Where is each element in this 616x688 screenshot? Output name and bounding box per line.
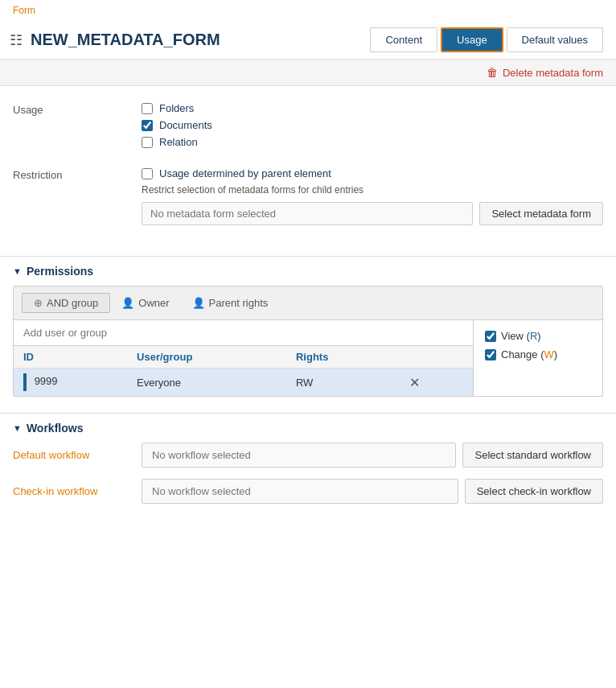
- cell-remove: ✕: [396, 369, 473, 397]
- folders-checkbox[interactable]: [142, 103, 153, 114]
- select-metadata-form-button[interactable]: Select metadata form: [479, 202, 603, 225]
- usage-label: Usage: [13, 102, 142, 116]
- checkin-workflow-input[interactable]: [142, 479, 458, 504]
- default-workflow-input[interactable]: [142, 443, 456, 468]
- restriction-checkbox-row: Usage determined by parent element: [142, 167, 603, 179]
- permissions-table: ID User/group Rights 9999 Everyo: [14, 346, 473, 396]
- title-area: ☷ NEW_METADATA_FORM: [10, 31, 220, 49]
- add-user-group-input[interactable]: [14, 320, 473, 346]
- restriction-label: Restriction: [13, 167, 142, 181]
- checkin-workflow-row: Check-in workflow Select check-in workfl…: [13, 479, 603, 504]
- permissions-section: ⊕ AND group 👤 Owner 👤 Parent rights I: [0, 286, 616, 413]
- table-row[interactable]: 9999 Everyone RW ✕: [14, 369, 473, 397]
- tab-default-values[interactable]: Default values: [507, 27, 603, 52]
- trash-icon: 🗑: [487, 66, 498, 79]
- user-group-panel: ID User/group Rights 9999 Everyo: [14, 320, 474, 396]
- breadcrumb: Form: [0, 0, 616, 21]
- documents-label: Documents: [159, 119, 212, 131]
- folders-label: Folders: [159, 102, 194, 114]
- tab-usage[interactable]: Usage: [441, 27, 503, 52]
- folders-checkbox-row: Folders: [142, 102, 603, 114]
- usage-row: Usage Folders Documents Relation: [13, 102, 603, 153]
- permissions-box: ⊕ AND group 👤 Owner 👤 Parent rights I: [13, 286, 603, 397]
- perm-tab-owner[interactable]: 👤 Owner: [110, 294, 180, 312]
- documents-checkbox[interactable]: [142, 120, 153, 131]
- cell-id: 9999: [14, 369, 127, 397]
- view-label: View (R): [501, 330, 541, 342]
- workflows-section-header[interactable]: ▼ Workflows: [0, 413, 616, 443]
- relation-checkbox[interactable]: [142, 137, 153, 148]
- permissions-section-header[interactable]: ▼ Permissions: [0, 256, 616, 286]
- documents-checkbox-row: Documents: [142, 119, 603, 131]
- default-workflow-row: Default workflow Select standard workflo…: [13, 443, 603, 468]
- metadata-form-input[interactable]: [142, 202, 473, 225]
- restriction-checkbox[interactable]: [142, 168, 153, 179]
- page-title: NEW_METADATA_FORM: [31, 31, 220, 49]
- checkin-workflow-label: Check-in workflow: [13, 485, 142, 497]
- content-area: Usage Folders Documents Relation Restric…: [0, 86, 616, 256]
- usage-checkboxes: Folders Documents Relation: [142, 102, 603, 153]
- cell-user-group: Everyone: [127, 369, 286, 397]
- tab-content[interactable]: Content: [370, 27, 437, 52]
- delete-metadata-form-button[interactable]: 🗑 Delete metadata form: [487, 66, 603, 79]
- change-label: Change (W): [501, 348, 557, 360]
- chevron-down-icon: ▼: [13, 266, 22, 276]
- grid-icon: ☷: [10, 31, 23, 49]
- page-header: ☷ NEW_METADATA_FORM Content Usage Defaul…: [0, 21, 616, 60]
- relation-checkbox-row: Relation: [142, 136, 603, 148]
- owner-icon: 👤: [121, 297, 134, 309]
- remove-row-button[interactable]: ✕: [406, 375, 423, 390]
- rights-panel: View (R) Change (W): [474, 320, 602, 396]
- chevron-down-icon-workflows: ▼: [13, 423, 22, 433]
- view-checkbox[interactable]: [485, 331, 496, 342]
- change-checkbox[interactable]: [485, 349, 496, 360]
- workflows-section: Default workflow Select standard workflo…: [0, 443, 616, 531]
- col-id: ID: [14, 346, 127, 369]
- and-group-icon: ⊕: [34, 297, 43, 309]
- perm-tab-parent-rights[interactable]: 👤 Parent rights: [181, 294, 280, 312]
- col-user-group: User/group: [127, 346, 286, 369]
- col-actions: [396, 346, 473, 369]
- row-indicator: [23, 373, 27, 391]
- view-rights-row: View (R): [485, 330, 591, 342]
- select-checkin-workflow-button[interactable]: Select check-in workflow: [465, 479, 603, 504]
- change-rights-row: Change (W): [485, 348, 591, 360]
- restriction-field: Usage determined by parent element Restr…: [142, 167, 603, 225]
- toolbar: 🗑 Delete metadata form: [0, 60, 616, 86]
- permissions-title: Permissions: [27, 265, 93, 278]
- parent-rights-icon: 👤: [192, 297, 205, 309]
- restriction-checkbox-label: Usage determined by parent element: [159, 167, 331, 179]
- cell-rights: RW: [286, 369, 396, 397]
- relation-label: Relation: [159, 136, 198, 148]
- permissions-body: ID User/group Rights 9999 Everyo: [14, 320, 602, 396]
- restriction-row: Restriction Usage determined by parent e…: [13, 167, 603, 225]
- col-rights: Rights: [286, 346, 396, 369]
- permissions-tabs: ⊕ AND group 👤 Owner 👤 Parent rights: [14, 286, 602, 320]
- perm-tab-and-group[interactable]: ⊕ AND group: [22, 293, 110, 313]
- select-standard-workflow-button[interactable]: Select standard workflow: [462, 443, 603, 468]
- restriction-note: Restrict selection of metadata forms for…: [142, 184, 603, 196]
- default-workflow-label: Default workflow: [13, 449, 142, 461]
- tab-bar: Content Usage Default values: [370, 27, 603, 52]
- workflows-title: Workflows: [27, 422, 84, 435]
- metadata-select-row: Select metadata form: [142, 202, 603, 225]
- table-header-row: ID User/group Rights: [14, 346, 473, 369]
